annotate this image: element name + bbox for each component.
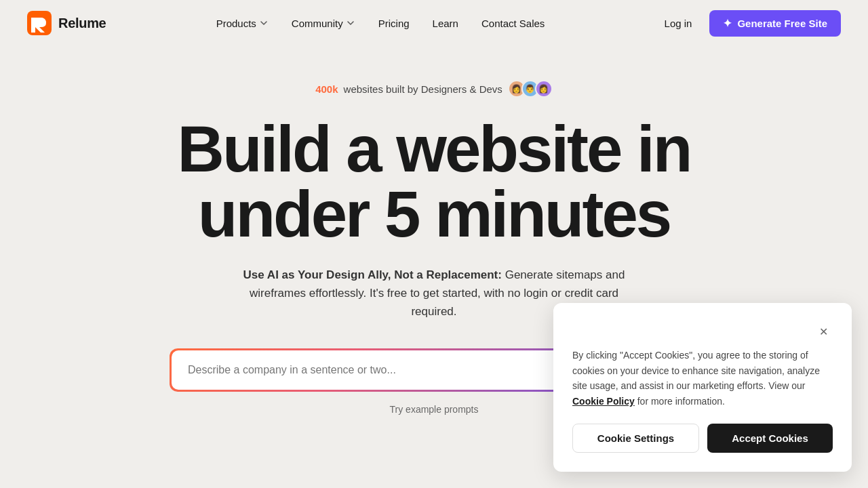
cookie-header: ✕ — [572, 322, 833, 341]
logo[interactable]: Relume — [27, 11, 106, 35]
nav-community[interactable]: Community — [282, 12, 365, 35]
nav-center: Products Community Pricing Learn Contact… — [207, 12, 555, 35]
chevron-down-icon — [346, 18, 355, 28]
cookie-close-button[interactable]: ✕ — [814, 322, 833, 341]
social-proof-text: websites built by Designers & Devs — [344, 83, 502, 95]
nav-learn[interactable]: Learn — [423, 12, 468, 35]
logo-text: Relume — [58, 16, 106, 31]
cookie-actions: Cookie Settings Accept Cookies — [572, 424, 833, 453]
nav-pricing[interactable]: Pricing — [369, 12, 419, 35]
generate-button[interactable]: ✦ Generate Free Site — [709, 10, 841, 37]
cookie-banner: ✕ By clicking "Accept Cookies", you agre… — [553, 303, 852, 472]
chevron-down-icon — [259, 18, 269, 28]
social-proof: 400k websites built by Designers & Devs … — [315, 80, 553, 98]
avatar-group: 👩 👨 👩 — [508, 80, 553, 98]
nav-products[interactable]: Products — [207, 12, 278, 35]
cookie-settings-button[interactable]: Cookie Settings — [572, 424, 699, 453]
try-prompts-label[interactable]: Try example prompts — [390, 404, 479, 415]
avatar: 👩 — [535, 80, 553, 98]
cookie-policy-link[interactable]: Cookie Policy — [572, 396, 635, 407]
hero-title: Build a website in under 5 minutes — [178, 117, 691, 247]
sparkle-icon: ✦ — [723, 17, 732, 30]
cookie-message: By clicking "Accept Cookies", you agree … — [572, 348, 833, 409]
login-button[interactable]: Log in — [655, 12, 702, 35]
social-proof-count: 400k — [315, 83, 338, 95]
nav-contact-sales[interactable]: Contact Sales — [472, 12, 554, 35]
navbar: Relume Products Community Pricing Learn … — [0, 0, 868, 46]
nav-right: Log in ✦ Generate Free Site — [655, 10, 841, 37]
cookie-accept-button[interactable]: Accept Cookies — [707, 424, 833, 453]
